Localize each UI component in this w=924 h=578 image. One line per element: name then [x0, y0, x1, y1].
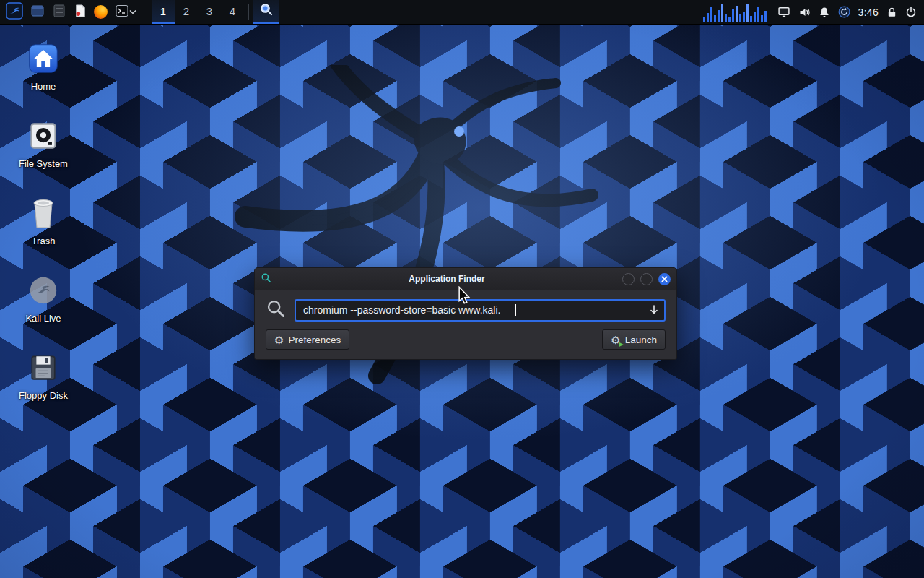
search-icon: [266, 298, 286, 322]
firefox-icon: [94, 5, 108, 19]
kali-menu-icon: [6, 2, 23, 22]
workspace-3-label: 3: [206, 5, 212, 17]
workspace-2[interactable]: 2: [175, 0, 198, 24]
gear-icon: ⚙: [274, 335, 284, 345]
search-input-wrap: [295, 299, 666, 322]
terminal-icon: [115, 4, 129, 21]
workspace-switcher: 1 2 3 4: [152, 0, 244, 24]
display-icon[interactable]: [777, 6, 790, 18]
panel-separator: [147, 4, 147, 20]
floppy-disk-icon: [28, 350, 58, 386]
desktop-icon-kali-live[interactable]: Kali Live: [7, 272, 79, 338]
search-row: [266, 298, 666, 322]
titlebar[interactable]: Application Finder: [255, 268, 676, 290]
clock[interactable]: 3:46: [858, 7, 879, 18]
desktop-icon-label: Trash: [32, 236, 56, 246]
desktop-icon-floppy-disk[interactable]: Floppy Disk: [7, 350, 79, 415]
workspace-1[interactable]: 1: [152, 0, 175, 24]
command-input[interactable]: [295, 299, 666, 322]
file-cabinet-icon: [52, 4, 66, 21]
workspace-4-label: 4: [230, 5, 235, 17]
finder-body: ⚙ Preferences ⚙▶ Launch: [255, 290, 676, 359]
workspace-2-label: 2: [183, 5, 189, 17]
preferences-button-label: Preferences: [288, 335, 341, 345]
window-icon: [261, 272, 271, 286]
file-system-icon: [27, 118, 59, 154]
desktop: 1 2 3 4: [0, 0, 924, 578]
power-icon[interactable]: [905, 7, 917, 18]
terminal-launcher[interactable]: [111, 0, 142, 24]
notifications-bell-icon[interactable]: [819, 7, 830, 18]
volume-icon[interactable]: [798, 7, 811, 18]
home-icon: [27, 40, 59, 77]
text-editor-icon: [74, 4, 87, 21]
text-editor-launcher[interactable]: [70, 0, 90, 24]
audio-visualizer-icon[interactable]: [703, 3, 770, 22]
top-panel: 1 2 3 4: [0, 0, 924, 25]
desktop-icon-label: File System: [19, 158, 68, 169]
app-finder-icon: [259, 2, 274, 20]
desktop-icon-file-system[interactable]: File System: [7, 118, 79, 184]
desktop-icon-column: Home File System Trash: [7, 40, 79, 415]
minimize-button[interactable]: [622, 273, 635, 285]
text-caret: [515, 304, 516, 316]
chevron-down-icon[interactable]: [129, 9, 139, 14]
maximize-button[interactable]: [640, 273, 653, 285]
trash-icon: [29, 195, 58, 231]
workspace-3[interactable]: 3: [198, 0, 221, 24]
launch-icon: ⚙▶: [611, 335, 620, 345]
desktop-icon-home[interactable]: Home: [7, 40, 79, 106]
files-icon: [30, 4, 45, 21]
launch-button[interactable]: ⚙▶ Launch: [602, 329, 666, 350]
launch-button-label: Launch: [625, 335, 657, 345]
desktop-icon-trash[interactable]: Trash: [7, 195, 79, 261]
system-tray: 3:46: [703, 0, 924, 24]
button-row: ⚙ Preferences ⚙▶ Launch: [266, 329, 666, 350]
close-button[interactable]: [658, 273, 671, 285]
file-manager-launcher[interactable]: [48, 0, 70, 24]
taskbar-application-finder[interactable]: [253, 0, 279, 24]
files-launcher[interactable]: [27, 0, 48, 24]
firefox-launcher[interactable]: [90, 0, 111, 24]
preferences-button[interactable]: ⚙ Preferences: [266, 329, 349, 350]
kali-live-icon: [27, 272, 60, 309]
screen-lock-icon[interactable]: [886, 7, 897, 18]
desktop-icon-label: Floppy Disk: [19, 390, 68, 401]
window-title: Application Finder: [277, 274, 616, 284]
workspace-4[interactable]: 4: [221, 0, 244, 24]
desktop-icon-label: Kali Live: [25, 313, 61, 324]
workspace-1-label: 1: [160, 5, 166, 17]
history-dropdown-icon[interactable]: [649, 304, 659, 319]
applications-menu-button[interactable]: [2, 0, 27, 24]
updates-icon[interactable]: [838, 6, 850, 18]
panel-left-group: 1 2 3 4: [0, 0, 279, 24]
desktop-icon-label: Home: [31, 81, 56, 92]
panel-separator: [248, 4, 249, 20]
application-finder-window: Application Finder: [254, 267, 677, 360]
